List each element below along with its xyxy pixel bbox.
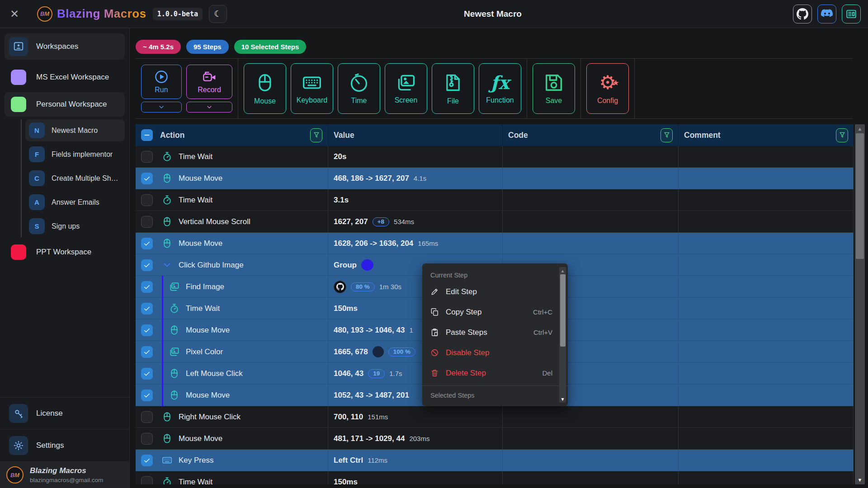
menu-scroll-up-arrow[interactable]: ▲ [559,267,566,274]
menu-item-disable-step[interactable]: Disable Step [422,343,568,363]
code-cell [503,233,679,254]
row-checkbox[interactable] [141,216,153,228]
run-button[interactable]: Run [141,65,182,99]
comment-cell [679,385,854,406]
record-dropdown-button[interactable] [186,102,232,113]
user-profile[interactable]: BM Blazing Macros blazingmacros@gmail.co… [0,461,129,488]
macro-list: N Newest Macro F Fields implementor C Cr… [21,119,125,237]
workspaces-icon [9,37,28,56]
sidebar-item-workspaces[interactable]: Workspaces [5,33,125,60]
mouse-icon [169,325,179,335]
table-row[interactable]: Vertical Mouse Scroll 1627, 207+8534ms [136,211,854,233]
row-checkbox[interactable] [141,389,153,401]
select-all-checkbox[interactable] [141,129,153,141]
row-checkbox[interactable] [141,411,153,423]
tool-button-function[interactable]: ƒxFunction [479,63,521,114]
code-filter-button[interactable] [660,128,673,142]
scroll-up-arrow[interactable]: ▲ [855,124,865,133]
row-checkbox[interactable] [141,303,153,314]
value-text: 3.1s [334,196,349,205]
comment-cell [679,428,854,449]
menu-item-delete-step[interactable]: Delete Step Del [422,363,568,383]
toolbar-group-steps: Mouse Keyboard Time Screen File ƒxFuncti… [238,59,527,118]
row-checkbox[interactable] [141,238,153,249]
sidebar-macro-item[interactable]: S Sign ups [25,215,125,237]
row-checkbox[interactable] [141,455,153,466]
table-row[interactable]: Mouse Move 468, 186 -> 1627, 2074.1s [136,168,854,189]
comment-filter-button[interactable] [836,128,848,142]
table-row[interactable]: Time Wait 150ms [136,471,854,484]
sidebar-macro-item[interactable]: N Newest Macro [25,119,125,141]
row-checkbox[interactable] [141,368,153,380]
sidebar-workspace-item[interactable]: Personal Workspace [5,92,125,117]
macro-label: Newest Macro [52,127,98,135]
value-cell: 468, 186 -> 1627, 2074.1s [328,168,503,189]
close-window-button[interactable]: ✕ [10,8,25,20]
row-checkbox[interactable] [141,433,153,445]
row-checkbox[interactable] [141,173,153,184]
group-color-dot[interactable] [361,259,373,271]
action-filter-button[interactable] [310,128,322,142]
value-text: 700, 110 [334,413,363,422]
tool-button-time[interactable]: Time [338,63,380,114]
tool-button-file[interactable]: File [432,63,474,114]
menu-shortcut: Ctrl+V [533,328,552,336]
menu-item-copy-step[interactable]: Copy Step Ctrl+C [422,302,568,322]
menu-item-copy-steps[interactable]: Copy Steps Ctrl+C [422,402,568,406]
table-row[interactable]: Time Wait 3.1s [136,189,854,211]
record-button[interactable]: Record [186,65,232,99]
menu-item-label: Disable Step [446,348,489,357]
row-checkbox[interactable] [141,346,153,358]
run-dropdown-button[interactable] [141,102,182,113]
pencil-icon [430,287,439,296]
row-checkbox[interactable] [141,194,153,206]
funnel-icon [838,131,846,139]
config-gear-icon: ⚙★ [599,72,616,93]
sidebar-item-license[interactable]: License [5,400,125,427]
row-checkbox[interactable] [141,281,153,293]
menu-scrollbar-thumb[interactable] [560,274,566,347]
comment-cell [679,189,854,211]
table-row[interactable]: Time Wait 20s [136,146,854,168]
table-row[interactable]: Right Mouse Click 700, 110151ms [136,406,854,428]
sidebar-macro-item[interactable]: F Fields implementor [25,143,125,165]
value-duration: 1.7s [389,370,402,377]
code-cell [503,211,679,232]
table-row[interactable]: Mouse Move 1628, 206 -> 1636, 204165ms [136,233,854,254]
row-checkbox[interactable] [141,259,153,271]
tool-button-mouse[interactable]: Mouse [244,63,286,114]
save-label: Save [546,97,562,105]
sidebar-workspace-item[interactable]: PPT Workspace [5,240,125,264]
sidebar-macro-item[interactable]: A Answer Emails [25,191,125,213]
stat-badge: 10 Selected Steps [234,40,307,54]
table-row[interactable]: Mouse Move 481, 171 -> 1029, 44203ms [136,428,854,450]
value-text: Left Ctrl [334,456,363,465]
menu-scroll-down-arrow[interactable]: ▼ [559,395,566,403]
config-button[interactable]: ⚙★ Config [586,63,629,114]
profile-email: blazingmacros@gmail.com [30,477,103,483]
context-menu-scrollbar[interactable]: ▲ ▼ [559,267,566,403]
sidebar-workspace-item[interactable]: MS Excel Workspace [5,65,125,89]
tool-button-screen[interactable]: Screen [385,63,427,114]
row-checkbox[interactable] [141,151,153,163]
app-logo: BM [37,6,52,22]
theme-toggle-button[interactable]: ☾ [209,5,227,23]
sidebar-macro-item[interactable]: C Create Multiple Sh… [25,167,125,189]
row-checkbox[interactable] [141,476,153,485]
tool-button-keyboard[interactable]: Keyboard [291,63,333,114]
menu-item-paste-steps[interactable]: Paste Steps Ctrl+V [422,322,568,343]
menu-item-edit-step[interactable]: Edit Step [422,282,568,302]
workspace-label: Personal Workspace [36,100,107,109]
action-label: Mouse Move [186,391,230,400]
scroll-down-arrow[interactable]: ▼ [855,475,865,484]
discord-button[interactable] [817,5,836,23]
action-label: Find Image [186,282,224,291]
row-checkbox[interactable] [141,324,153,336]
table-scrollbar[interactable]: ▲ ▼ [855,124,865,484]
github-button[interactable] [793,5,812,23]
scrollbar-thumb[interactable] [856,133,864,259]
save-button[interactable]: Save [533,63,575,114]
table-row[interactable]: Key Press Left Ctrl112ms [136,450,854,471]
sidebar-item-settings[interactable]: Settings [5,432,125,459]
changelog-button[interactable] [842,5,861,23]
